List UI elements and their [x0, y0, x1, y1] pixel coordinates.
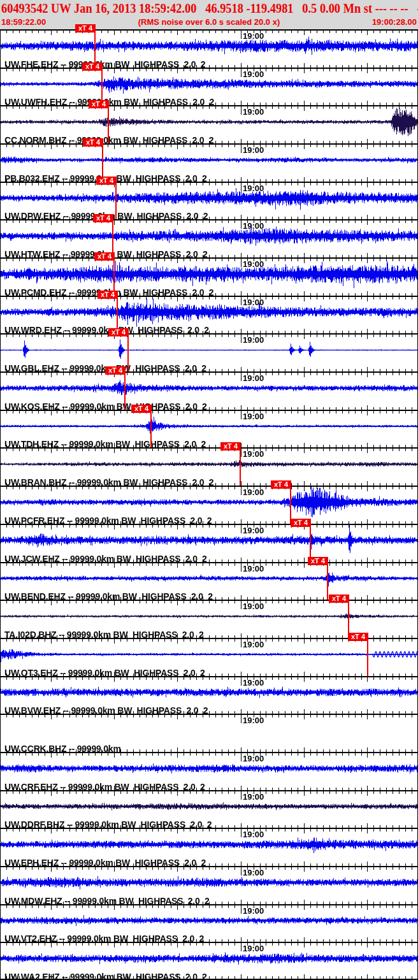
trace-panel[interactable]: 19:00xT 4UW.DPW.EHZ -- 99999.0km BW HIGH… [0, 182, 418, 220]
window-end-time: 19:00:28.00 [372, 17, 417, 27]
trace-panel[interactable]: 19:00xT 4CC.NORM.BHZ -- 99999.0km BW HIG… [0, 105, 418, 143]
time-mark-label: 19:00 [243, 298, 264, 307]
time-mark-label: 19:00 [243, 412, 264, 421]
pick-marker-line[interactable] [124, 371, 126, 410]
time-mark-label: 19:00 [243, 602, 264, 611]
event-header: 60493542 UW Jan 16, 2013 18:59:42.00 46.… [0, 0, 418, 29]
pick-marker-label[interactable]: xT 4 [82, 62, 103, 71]
time-mark-label: 19:00 [243, 868, 264, 877]
window-info-row: 18:59:22.00 (RMS noise over 6.0 s scaled… [0, 17, 418, 27]
pick-marker-label[interactable]: xT 4 [220, 442, 241, 450]
pick-marker-line[interactable] [150, 410, 152, 448]
time-mark-label: 19:00 [243, 906, 264, 916]
pick-marker-label[interactable]: xT 4 [93, 214, 113, 222]
pick-marker-line[interactable] [115, 182, 117, 220]
trace-label[interactable]: UW.WA2.EHZ -- 99999.0km BW HIGHPASS 2.0 … [4, 972, 207, 980]
time-mark-label: 19:00 [243, 31, 264, 41]
pick-marker-label[interactable]: xT 4 [89, 100, 109, 108]
trace-panel[interactable]: 19:00UW.DDRF.BHZ -- 99999.0km BW HIGHPAS… [0, 790, 418, 828]
pick-marker-label[interactable]: xT 4 [131, 405, 152, 413]
trace-panel[interactable]: 19:00xT 4UW.UWFH.EHZ -- 99999.0km BW HIG… [0, 68, 418, 106]
trace-panel[interactable]: 19:00UW.VT2.EHZ -- 99999.0km BW HIGHPASS… [0, 904, 418, 942]
trace-panel[interactable]: 19:00UW.EPH.EHZ -- 99999.0km BW HIGHPASS… [0, 828, 418, 866]
trace-panel[interactable]: 19:00xT 4UW.KOS.EHZ -- 99999.0km BW HIGH… [0, 371, 418, 410]
time-mark-label: 19:00 [243, 640, 264, 649]
trace-panel[interactable]: 19:00UW.BVW.EHZ -- 99999.0km BW HIGHPASS… [0, 676, 418, 714]
time-mark-label: 19:00 [243, 830, 264, 839]
time-mark-label: 19:00 [243, 449, 264, 459]
time-mark-label: 19:00 [243, 259, 264, 269]
pick-marker-label[interactable]: xT 4 [308, 557, 328, 565]
window-start-time: 18:59:22.00 [1, 17, 46, 27]
pick-marker-label[interactable]: xT 4 [94, 252, 115, 261]
trace-panel[interactable]: 19:00xT 4UW.QT3.EHZ -- 99999.0km BW HIGH… [0, 638, 418, 676]
pick-marker-line[interactable] [240, 447, 241, 486]
scaling-note: (RMS noise over 6.0 s scaled 20.0 x) [138, 17, 280, 27]
pick-marker-label[interactable]: xT 4 [105, 366, 126, 375]
pick-marker-label[interactable]: xT 4 [329, 594, 349, 603]
pick-marker-label[interactable]: xT 4 [291, 519, 311, 527]
trace-panel[interactable]: 19:00UW.MDW.EHZ -- 99999.0km BW HIGHPASS… [0, 866, 418, 904]
pick-marker-line[interactable] [127, 333, 129, 371]
trace-panel[interactable]: 19:00UW.CRF.EHZ -- 99999.0km BW HIGHPASS… [0, 752, 418, 790]
trace-panel[interactable]: 19:00xT 4UW.BRAN.BHZ -- 99999.0km BW HIG… [0, 447, 418, 486]
time-mark-label: 19:00 [243, 69, 264, 79]
time-mark-label: 19:00 [243, 487, 264, 497]
pick-marker-label[interactable]: xT 4 [97, 291, 118, 299]
trace-panel[interactable]: 19:00xT 4UW.HTW.EHZ -- 99999.0km BW HIGH… [0, 219, 418, 257]
time-mark-label: 19:00 [243, 792, 264, 802]
pick-marker-label[interactable]: xT 4 [108, 328, 129, 336]
trace-panel[interactable]: 19:00xT 4UW.PCMD.EHZ -- 99999.0km BW HIG… [0, 257, 418, 296]
time-mark-label: 19:00 [243, 716, 264, 725]
pick-marker-line[interactable] [327, 562, 328, 600]
trace-panel[interactable]: 19:00xT 4UW.WRD.EHZ -- 99999.0km BW HIGH… [0, 296, 418, 334]
time-mark-label: 19:00 [243, 678, 264, 688]
event-summary-line: 60493542 UW Jan 16, 2013 18:59:42.00 46.… [1, 1, 418, 17]
time-mark-label: 19:00 [243, 107, 264, 117]
time-mark-label: 19:00 [243, 221, 264, 231]
pick-marker-label[interactable]: xT 4 [348, 633, 368, 641]
trace-panel[interactable]: 19:00xT 4UW.TDH.EHZ -- 99999.0km BW HIGH… [0, 410, 418, 448]
trace-panel[interactable]: 19:00xT 4UW.GBL.EHZ -- 99999.0km BW HIGH… [0, 333, 418, 371]
trace-panel[interactable]: 19:00UW.CCRK.BHZ -- 99999.0km [0, 714, 418, 752]
time-mark-label: 19:00 [243, 184, 264, 193]
trace-panel[interactable]: 19:00xT 4UW.FHE.EHZ -- 99999.0km BW HIGH… [0, 29, 418, 68]
pick-marker-line[interactable] [367, 638, 368, 676]
trace-panel[interactable]: 19:00UW.WA2.EHZ -- 99999.0km BW HIGHPASS… [0, 942, 418, 980]
time-mark-label: 19:00 [243, 335, 264, 345]
pick-marker-label[interactable]: xT 4 [75, 24, 96, 32]
time-mark-label: 19:00 [243, 944, 264, 953]
trace-panel[interactable]: 19:00xT 4PB.B032.EHZ -- 99999.0km BW HIG… [0, 143, 418, 182]
time-mark-label: 19:00 [243, 373, 264, 383]
trace-area: 19:00xT 4UW.FHE.EHZ -- 99999.0km BW HIGH… [0, 29, 418, 980]
pick-marker-line[interactable] [108, 105, 109, 143]
trace-panel[interactable]: 19:00xT 4UW.PCFR.EHZ -- 99999.0km BW HIG… [0, 486, 418, 524]
pick-marker-label[interactable]: xT 4 [83, 138, 103, 147]
time-mark-label: 19:00 [243, 145, 264, 155]
time-mark-label: 19:00 [243, 564, 264, 573]
pick-marker-label[interactable]: xT 4 [96, 177, 117, 185]
time-mark-label: 19:00 [243, 754, 264, 763]
time-mark-label: 19:00 [243, 526, 264, 535]
trace-panel[interactable]: 19:00xT 4UW.BEND.EHZ -- 99999.0km BW HIG… [0, 562, 418, 600]
trace-panel[interactable]: 19:00xT 4UW.JCW.EHZ -- 99999.0km BW HIGH… [0, 524, 418, 562]
pick-marker-label[interactable]: xT 4 [271, 480, 291, 489]
